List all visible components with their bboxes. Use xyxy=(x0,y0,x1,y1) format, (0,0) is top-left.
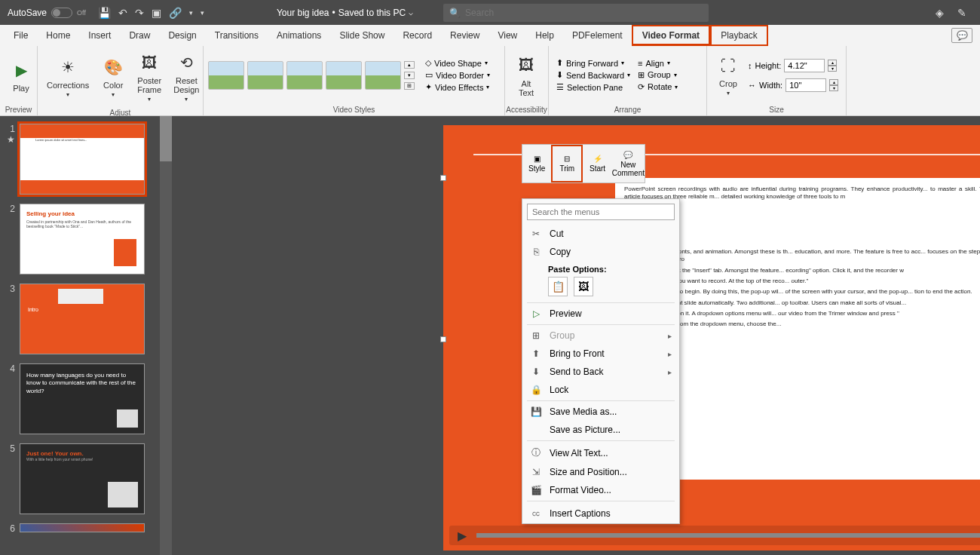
group-button[interactable]: ⊞Group▾ xyxy=(635,69,681,81)
group-accessibility-label: Accessibility xyxy=(505,104,548,115)
slide-thumb-3[interactable]: Intro xyxy=(20,284,145,354)
frame-icon: 🖼 xyxy=(137,51,161,75)
tab-record[interactable]: Record xyxy=(394,25,441,46)
lock-icon: 🔒 xyxy=(530,385,542,395)
style-preset-1[interactable] xyxy=(208,61,244,90)
forward-icon: ⬆ xyxy=(556,58,563,68)
style-preset-5[interactable] xyxy=(365,61,401,90)
ctx-format-video[interactable]: 🎬Format Video... xyxy=(522,481,679,499)
slide-thumb-5[interactable]: Just one! Your own.With a little help fr… xyxy=(20,443,145,514)
gallery-more[interactable]: ▴▾⊞ xyxy=(404,61,415,90)
crop-button[interactable]: ⛶Crop▾ xyxy=(712,52,745,98)
video-play-button[interactable]: ▶ xyxy=(455,529,469,542)
tab-home[interactable]: Home xyxy=(37,25,79,46)
ctx-copy[interactable]: ⎘Copy xyxy=(522,243,679,261)
style-preset-2[interactable] xyxy=(247,61,283,90)
mini-trim-button[interactable]: ⊟Trim xyxy=(551,145,583,182)
tab-playback[interactable]: Playback xyxy=(710,25,768,46)
ctx-bring-front[interactable]: ⬆Bring to Front▸ xyxy=(522,345,679,363)
tab-video-format[interactable]: Video Format xyxy=(632,25,710,46)
tab-animations[interactable]: Animations xyxy=(268,25,330,46)
selection-pane-button[interactable]: ☰Selection Pane xyxy=(553,81,633,93)
tab-help[interactable]: Help xyxy=(526,25,563,46)
context-search-input[interactable] xyxy=(527,204,675,220)
mini-start-button[interactable]: ⚡Start xyxy=(583,145,611,182)
width-spinner[interactable]: ▴▾ xyxy=(829,79,838,91)
slide-number: 4 xyxy=(5,363,15,434)
ctx-size-position[interactable]: ⇲Size and Position... xyxy=(522,463,679,481)
scrollbar[interactable] xyxy=(160,116,172,555)
mini-style-button[interactable]: ▣Style xyxy=(522,145,551,182)
reset-design-button[interactable]: ⟲Reset Design▾ xyxy=(169,49,204,104)
save-media-icon: 💾 xyxy=(530,406,542,417)
ctx-save-picture[interactable]: Save as Picture... xyxy=(522,421,679,439)
paste-option-1[interactable]: 📋 xyxy=(548,277,568,296)
redo-icon[interactable]: ↷ xyxy=(135,7,144,19)
slide-thumb-4[interactable]: How many languages do you need to know t… xyxy=(20,363,145,434)
qat-customize-icon[interactable]: ▾ xyxy=(201,9,204,17)
ctx-send-back[interactable]: ⬇Send to Back▸ xyxy=(522,363,679,381)
width-control[interactable]: ↔Width:▴▾ xyxy=(748,78,838,92)
tab-design[interactable]: Design xyxy=(159,25,205,46)
slide-thumb-2[interactable]: Selling your ideaCreated in partnership … xyxy=(20,204,145,274)
bring-forward-button[interactable]: ⬆Bring Forward▾ xyxy=(553,57,633,69)
alt-text-button[interactable]: 🖼Alt Text xyxy=(510,52,543,99)
style-preset-3[interactable] xyxy=(286,61,323,90)
slide-thumb-1[interactable]: Lorem ipsum dolor sit amet text lines... xyxy=(20,124,145,195)
slide-thumb-6[interactable] xyxy=(20,523,145,532)
align-button[interactable]: ≡Align▾ xyxy=(635,58,681,69)
comments-button[interactable]: 💬 xyxy=(951,28,972,43)
ctx-cut[interactable]: ✂Cut xyxy=(522,225,679,243)
tab-view[interactable]: View xyxy=(488,25,526,46)
search-box[interactable]: 🔍 xyxy=(443,4,709,22)
height-control[interactable]: ↕Height:▴▾ xyxy=(748,59,838,72)
ctx-insert-captions[interactable]: ㏄Insert Captions xyxy=(522,503,679,523)
tab-review[interactable]: Review xyxy=(441,25,488,46)
mini-comment-button[interactable]: 💬New Comment xyxy=(612,145,645,182)
send-backward-button[interactable]: ⬇Send Backward▾ xyxy=(553,69,633,81)
ctx-alt-text[interactable]: ⓘView Alt Text... xyxy=(522,443,679,463)
height-input[interactable] xyxy=(784,59,825,72)
video-shape-button[interactable]: ◇Video Shape▾ xyxy=(422,57,493,69)
slide-panel[interactable]: 1★Lorem ipsum dolor sit amet text lines.… xyxy=(0,116,172,555)
document-title[interactable]: Your big idea • Saved to this PC ⌵ xyxy=(277,8,413,18)
attach-icon[interactable]: 🔗 xyxy=(169,7,182,19)
preview-icon: ▷ xyxy=(530,308,542,319)
autosave-toggle[interactable]: AutoSave Off xyxy=(0,8,93,18)
qat-more-icon[interactable]: ▾ xyxy=(189,9,193,17)
rotate-label: Rotate xyxy=(648,82,672,91)
tab-slideshow[interactable]: Slide Show xyxy=(330,25,394,46)
ctx-save-media[interactable]: 💾Save Media as... xyxy=(522,403,679,421)
present-icon[interactable]: ▣ xyxy=(152,7,161,19)
tab-insert[interactable]: Insert xyxy=(79,25,120,46)
video-effects-button[interactable]: ✦Video Effects▾ xyxy=(422,81,493,93)
chevron-right-icon: ▸ xyxy=(668,332,672,340)
tab-draw[interactable]: Draw xyxy=(120,25,159,46)
style-preset-4[interactable] xyxy=(326,61,362,90)
backward-icon: ⬇ xyxy=(556,70,563,80)
poster-frame-button[interactable]: 🖼Poster Frame▾ xyxy=(133,49,166,104)
search-input[interactable] xyxy=(465,8,703,18)
rotate-button[interactable]: ⟳Rotate▾ xyxy=(635,81,681,93)
title-bar: AutoSave Off 💾 ↶ ↷ ▣ 🔗 ▾ ▾ Your big idea… xyxy=(0,0,980,25)
undo-icon[interactable]: ↶ xyxy=(118,7,127,19)
tab-file[interactable]: File xyxy=(5,25,37,46)
group-styles-label: Video Styles xyxy=(204,104,504,115)
video-border-button[interactable]: ▭Video Border▾ xyxy=(422,69,493,81)
paste-option-2[interactable]: 🖼 xyxy=(574,277,593,296)
ctx-lock[interactable]: 🔒Lock xyxy=(522,381,679,399)
corrections-button[interactable]: ☀Corrections▾ xyxy=(42,54,93,100)
save-icon[interactable]: 💾 xyxy=(98,7,111,19)
ctx-preview[interactable]: ▷Preview xyxy=(522,305,679,323)
diamond-icon[interactable]: ◈ xyxy=(936,7,944,19)
captions-icon: ㏄ xyxy=(530,507,542,520)
video-styles-gallery[interactable]: ▴▾⊞ xyxy=(208,61,415,90)
pen-icon[interactable]: ✎ xyxy=(957,7,966,19)
tab-pdfelement[interactable]: PDFelement xyxy=(563,25,632,46)
height-spinner[interactable]: ▴▾ xyxy=(828,60,837,72)
width-input[interactable] xyxy=(786,78,826,92)
tab-transitions[interactable]: Transitions xyxy=(206,25,268,46)
play-button[interactable]: ▶ Play xyxy=(5,57,38,94)
color-button[interactable]: 🎨Color▾ xyxy=(96,54,130,100)
video-seek-track[interactable] xyxy=(476,533,980,538)
